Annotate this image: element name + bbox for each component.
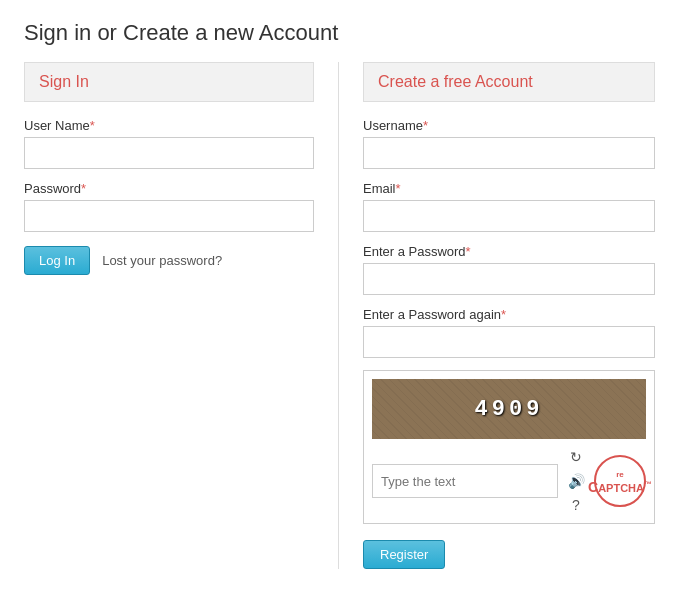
- recaptcha-logo: re CAPTCHA™: [594, 455, 646, 507]
- signin-password-required: *: [81, 181, 86, 196]
- signin-tab-header: Sign In: [24, 62, 314, 102]
- signin-tab-label: Sign In: [39, 73, 89, 90]
- signin-password-input[interactable]: [24, 200, 314, 232]
- register-password-again-required: *: [501, 307, 506, 322]
- signin-actions: Log In Lost your password?: [24, 246, 314, 275]
- captcha-row: ↻ 🔊 ? re CAPTCHA™: [372, 447, 646, 515]
- register-password-group: Enter a Password*: [363, 244, 655, 295]
- login-button[interactable]: Log In: [24, 246, 90, 275]
- page-title: Sign in or Create a new Account: [24, 20, 655, 46]
- captcha-box: 4909 ↻ 🔊 ? re CAPTCHA™: [363, 370, 655, 524]
- register-username-group: Username*: [363, 118, 655, 169]
- signin-username-input[interactable]: [24, 137, 314, 169]
- captcha-refresh-icon[interactable]: ↻: [566, 447, 586, 467]
- register-button[interactable]: Register: [363, 540, 445, 569]
- lost-password-link[interactable]: Lost your password?: [102, 253, 222, 268]
- captcha-input[interactable]: [372, 464, 558, 498]
- captcha-help-icon[interactable]: ?: [566, 495, 586, 515]
- register-password-again-input[interactable]: [363, 326, 655, 358]
- register-password-again-label: Enter a Password again*: [363, 307, 655, 322]
- signin-password-group: Password*: [24, 181, 314, 232]
- register-email-group: Email*: [363, 181, 655, 232]
- column-divider: [338, 62, 339, 569]
- register-email-label: Email*: [363, 181, 655, 196]
- register-password-label: Enter a Password*: [363, 244, 655, 259]
- captcha-audio-icon[interactable]: 🔊: [566, 471, 586, 491]
- register-username-required: *: [423, 118, 428, 133]
- register-username-input[interactable]: [363, 137, 655, 169]
- register-password-again-group: Enter a Password again*: [363, 307, 655, 358]
- captcha-text-display: 4909: [475, 397, 544, 422]
- register-password-input[interactable]: [363, 263, 655, 295]
- captcha-image: 4909: [372, 379, 646, 439]
- register-tab-label: Create a free Account: [378, 73, 533, 90]
- signin-password-label: Password*: [24, 181, 314, 196]
- register-password-required: *: [466, 244, 471, 259]
- signin-username-required: *: [90, 118, 95, 133]
- register-username-label: Username*: [363, 118, 655, 133]
- register-email-input[interactable]: [363, 200, 655, 232]
- register-panel: Create a free Account Username* Email* E…: [363, 62, 655, 569]
- register-email-required: *: [396, 181, 401, 196]
- signin-username-group: User Name*: [24, 118, 314, 169]
- register-tab-header: Create a free Account: [363, 62, 655, 102]
- captcha-controls: ↻ 🔊 ?: [566, 447, 586, 515]
- signin-panel: Sign In User Name* Password* Log In Lost…: [24, 62, 314, 569]
- signin-username-label: User Name*: [24, 118, 314, 133]
